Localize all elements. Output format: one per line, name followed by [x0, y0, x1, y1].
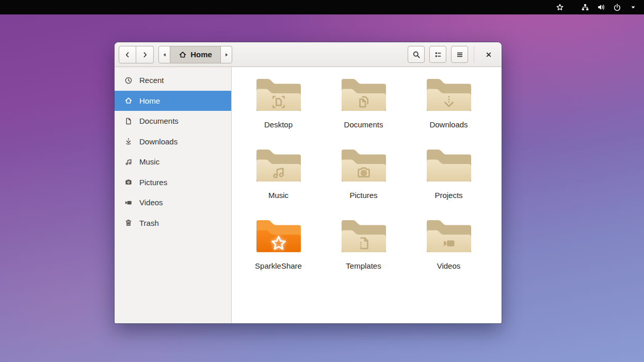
- download-icon: [124, 137, 133, 145]
- path-bar: Home: [158, 46, 232, 63]
- headerbar-separator: [474, 46, 474, 63]
- file-label: Music: [268, 191, 288, 200]
- file-item-desktop[interactable]: Desktop: [236, 72, 321, 143]
- window-body: RecentHomeDocumentsDownloadsMusicPicture…: [115, 67, 502, 323]
- path-scroll-left-button[interactable]: [158, 46, 170, 63]
- folder-icon: [424, 213, 474, 257]
- network-icon[interactable]: [581, 3, 590, 12]
- search-button[interactable]: [408, 46, 425, 63]
- sidebar-item-label: Trash: [139, 219, 159, 227]
- window-close-button[interactable]: [480, 46, 497, 63]
- recent-icon: [124, 76, 133, 85]
- sidebar-item-label: Recent: [139, 76, 164, 85]
- sidebar-item-label: Music: [139, 157, 159, 166]
- back-button[interactable]: [119, 46, 136, 63]
- toolbar-buttons: [408, 46, 468, 63]
- file-label: Desktop: [264, 120, 293, 129]
- path-current-location[interactable]: Home: [170, 46, 220, 63]
- sidebar-item-recent[interactable]: Recent: [115, 70, 231, 91]
- triangle-left-icon: [160, 51, 169, 59]
- file-item-sparkleshare[interactable]: SparkleShare: [236, 213, 321, 284]
- star-icon[interactable]: [555, 3, 565, 12]
- power-icon[interactable]: [613, 3, 622, 12]
- top-bar: [0, 0, 644, 14]
- sidebar-item-videos[interactable]: Videos: [115, 192, 231, 213]
- close-icon: [485, 51, 493, 59]
- folder-icon: [339, 143, 389, 186]
- trash-icon: [124, 219, 133, 227]
- file-item-documents[interactable]: Documents: [321, 72, 406, 143]
- chevron-down-icon[interactable]: [629, 3, 638, 12]
- camera-icon: [124, 178, 133, 186]
- file-item-pictures[interactable]: Pictures: [321, 143, 406, 213]
- folder-icon: [254, 72, 303, 116]
- sidebar-item-trash[interactable]: Trash: [115, 213, 231, 234]
- file-item-templates[interactable]: Templates: [321, 213, 406, 284]
- file-grid: Desktop Documents Downloads Music Pictur…: [232, 67, 502, 323]
- home-icon: [124, 96, 133, 105]
- folder-icon: [254, 213, 303, 257]
- file-label: Documents: [344, 120, 383, 129]
- sidebar-item-label: Pictures: [139, 178, 167, 187]
- volume-icon[interactable]: [597, 3, 606, 12]
- header-bar: Home: [115, 42, 502, 67]
- file-label: Templates: [346, 261, 381, 270]
- folder-icon: [424, 143, 474, 186]
- sidebar-item-label: Home: [139, 96, 160, 105]
- triangle-right-icon: [222, 51, 231, 59]
- places-sidebar: RecentHomeDocumentsDownloadsMusicPicture…: [115, 67, 232, 323]
- list-view-toggle-button[interactable]: [429, 46, 446, 63]
- file-item-music[interactable]: Music: [236, 143, 321, 213]
- file-label: Pictures: [349, 191, 377, 200]
- menu-icon: [456, 51, 464, 59]
- file-label: Downloads: [429, 120, 468, 129]
- sidebar-item-label: Videos: [139, 198, 163, 207]
- file-item-videos[interactable]: Videos: [406, 213, 491, 284]
- desktop-wallpaper: Home RecentHomeDocumentsDownloadsMusicPi…: [0, 0, 644, 362]
- file-manager-window: Home RecentHomeDocumentsDownloadsMusicPi…: [115, 42, 502, 323]
- file-item-downloads[interactable]: Downloads: [406, 72, 491, 143]
- file-label: Projects: [434, 191, 462, 200]
- search-icon: [412, 51, 421, 59]
- menu-button[interactable]: [451, 46, 468, 63]
- home-icon: [179, 51, 187, 59]
- document-icon: [124, 117, 133, 125]
- history-nav-group: [119, 46, 154, 63]
- list-view-icon: [434, 51, 442, 59]
- sidebar-item-label: Documents: [139, 117, 179, 125]
- file-label: Videos: [437, 261, 461, 270]
- file-label: SparkleShare: [255, 261, 302, 270]
- file-item-projects[interactable]: Projects: [406, 143, 491, 213]
- video-icon: [124, 199, 133, 207]
- folder-icon: [339, 213, 389, 257]
- forward-button[interactable]: [136, 46, 154, 63]
- music-icon: [124, 158, 133, 166]
- path-label: Home: [190, 50, 212, 59]
- sidebar-item-music[interactable]: Music: [115, 152, 231, 172]
- path-scroll-right-button[interactable]: [220, 46, 232, 63]
- chevron-left-icon: [123, 51, 132, 59]
- sidebar-item-documents[interactable]: Documents: [115, 111, 231, 131]
- sidebar-item-downloads[interactable]: Downloads: [115, 131, 231, 152]
- home-icon: [179, 51, 187, 59]
- sidebar-item-home[interactable]: Home: [115, 91, 231, 111]
- folder-icon: [339, 72, 389, 116]
- folder-icon: [254, 143, 303, 186]
- folder-icon: [424, 72, 474, 116]
- chevron-right-icon: [141, 51, 149, 59]
- sidebar-item-pictures[interactable]: Pictures: [115, 172, 231, 193]
- sidebar-item-label: Downloads: [139, 137, 178, 146]
